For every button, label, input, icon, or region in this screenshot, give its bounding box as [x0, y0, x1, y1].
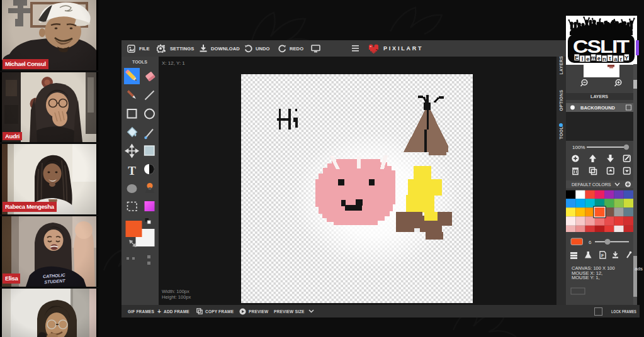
svg-text:Y: Y	[624, 55, 628, 61]
svg-text:DEFAULT COLORS: DEFAULT COLORS	[572, 182, 611, 187]
svg-text:F: F	[601, 253, 604, 258]
svg-text:t: t	[609, 55, 611, 62]
svg-text:CSLIT: CSLIT	[573, 36, 630, 57]
svg-text:TOOLS: TOOLS	[132, 60, 147, 64]
svg-text:e: e	[597, 55, 601, 62]
svg-text:CATHOLIC: CATHOLIC	[43, 273, 66, 279]
svg-text:STUDENT: STUDENT	[44, 279, 65, 284]
svg-text:BACKGROUND: BACKGROUND	[580, 105, 616, 111]
svg-text:LAYERS: LAYERS	[590, 94, 608, 99]
svg-text:E: E	[575, 55, 579, 61]
svg-text:n: n	[602, 56, 606, 62]
svg-text:T: T	[128, 164, 136, 177]
svg-text:6: 6	[589, 240, 592, 245]
svg-text:e: e	[586, 56, 589, 62]
svg-text:100%: 100%	[572, 145, 585, 150]
svg-text:r: r	[620, 56, 623, 62]
svg-text:l: l	[582, 56, 584, 62]
svg-text:m: m	[590, 55, 596, 61]
svg-text:MOUSE Y: 1,: MOUSE Y: 1,	[572, 275, 599, 280]
